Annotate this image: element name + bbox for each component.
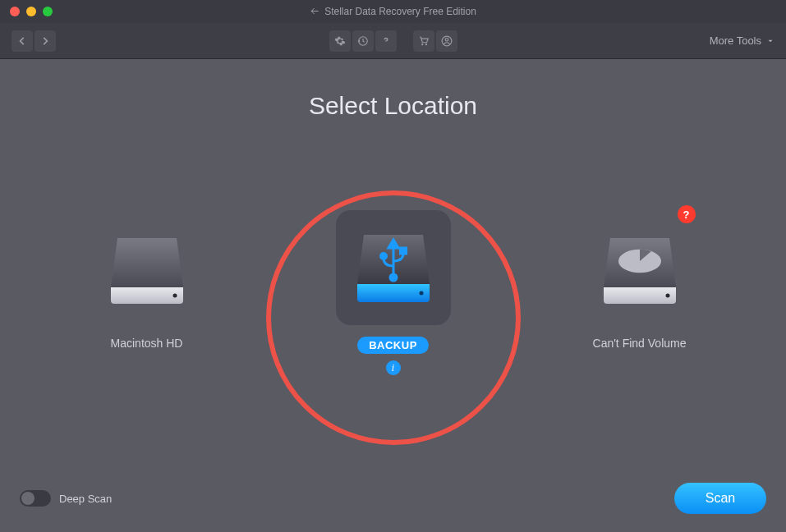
page-title: Select Location — [309, 92, 477, 120]
svg-point-6 — [380, 254, 386, 259]
drive-macintosh-hd[interactable]: Macintosh HD — [73, 210, 221, 350]
nav-arrows — [11, 30, 56, 52]
drive-cant-find-volume[interactable]: ? Can't Find Volume — [566, 210, 714, 350]
drive-list: Macintosh HD — [0, 210, 786, 375]
zoom-window-button[interactable] — [43, 7, 53, 16]
user-icon — [441, 35, 453, 47]
back-arrow-icon — [310, 7, 319, 16]
help-button[interactable] — [375, 30, 397, 52]
deep-scan-toggle[interactable] — [20, 490, 51, 507]
more-tools-label: More Tools — [710, 34, 761, 47]
more-tools-dropdown[interactable]: More Tools — [710, 34, 775, 47]
content-area: Select Location Macintosh HD — [0, 59, 786, 532]
toolbar-center — [329, 30, 457, 52]
history-button[interactable] — [352, 30, 374, 52]
hard-drive-icon — [106, 227, 188, 309]
toolbar: More Tools — [0, 23, 786, 59]
chevron-left-icon — [16, 35, 28, 47]
drive-label: Can't Find Volume — [593, 337, 687, 350]
svg-point-1 — [445, 38, 448, 41]
account-button[interactable] — [436, 30, 457, 52]
cart-button[interactable] — [413, 30, 434, 52]
toggle-knob — [21, 492, 34, 505]
chevron-right-icon — [39, 35, 51, 47]
drive-backup[interactable]: BACKUP i — [319, 210, 467, 375]
usb-drive-icon — [352, 227, 434, 309]
scan-button[interactable]: Scan — [674, 483, 766, 514]
gear-icon — [334, 35, 346, 47]
settings-button[interactable] — [329, 30, 351, 52]
drive-icon-box: ? — [582, 210, 697, 325]
svg-point-2 — [172, 294, 177, 298]
minimize-window-button[interactable] — [26, 7, 36, 16]
deep-scan-label: Deep Scan — [59, 493, 112, 505]
unknown-volume-icon — [599, 227, 681, 309]
drive-label: Macintosh HD — [111, 337, 183, 350]
window-title-text: Stellar Data Recovery Free Edition — [324, 6, 476, 17]
window-title: Stellar Data Recovery Free Edition — [310, 6, 476, 17]
window-controls — [10, 7, 53, 16]
drive-label: BACKUP — [357, 337, 429, 354]
chevron-down-icon — [766, 37, 775, 45]
svg-point-9 — [665, 294, 669, 298]
info-icon[interactable]: i — [386, 360, 401, 375]
warning-badge: ? — [678, 205, 696, 223]
nav-forward-button[interactable] — [34, 30, 56, 52]
drive-icon-box — [90, 210, 205, 325]
close-window-button[interactable] — [10, 7, 20, 16]
question-icon — [380, 35, 392, 47]
svg-rect-7 — [400, 248, 406, 254]
svg-point-5 — [390, 274, 397, 281]
svg-point-3 — [419, 291, 423, 296]
nav-back-button[interactable] — [11, 30, 33, 52]
titlebar: Stellar Data Recovery Free Edition — [0, 0, 786, 23]
footer: Deep Scan Scan — [0, 483, 786, 514]
history-icon — [357, 35, 369, 47]
cart-icon — [418, 35, 430, 47]
drive-icon-box — [336, 210, 451, 325]
deep-scan-control: Deep Scan — [20, 490, 112, 507]
